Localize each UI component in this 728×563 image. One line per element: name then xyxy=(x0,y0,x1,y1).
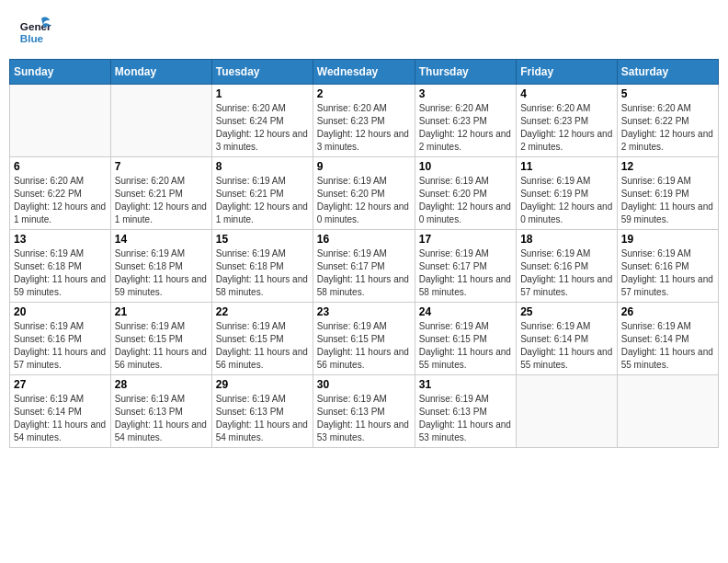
day-number: 15 xyxy=(216,233,309,246)
day-info: Sunrise: 6:19 AM Sunset: 6:14 PM Dayligh… xyxy=(621,320,714,372)
day-number: 25 xyxy=(520,305,613,318)
day-number: 24 xyxy=(419,305,512,318)
weekday-header: Friday xyxy=(517,60,618,85)
day-info: Sunrise: 6:19 AM Sunset: 6:18 PM Dayligh… xyxy=(115,247,208,299)
calendar-cell: 25Sunrise: 6:19 AM Sunset: 6:14 PM Dayli… xyxy=(517,303,618,375)
day-info: Sunrise: 6:20 AM Sunset: 6:23 PM Dayligh… xyxy=(419,102,512,154)
calendar-cell xyxy=(10,85,111,157)
day-info: Sunrise: 6:19 AM Sunset: 6:14 PM Dayligh… xyxy=(520,320,613,372)
day-number: 6 xyxy=(14,160,107,173)
calendar-table: SundayMondayTuesdayWednesdayThursdayFrid… xyxy=(9,59,719,448)
calendar-cell: 3Sunrise: 6:20 AM Sunset: 6:23 PM Daylig… xyxy=(415,85,516,157)
svg-text:Blue: Blue xyxy=(20,32,44,44)
day-info: Sunrise: 6:20 AM Sunset: 6:23 PM Dayligh… xyxy=(520,102,613,154)
calendar-cell: 20Sunrise: 6:19 AM Sunset: 6:16 PM Dayli… xyxy=(10,303,111,375)
day-number: 2 xyxy=(317,87,411,100)
calendar-cell: 8Sunrise: 6:19 AM Sunset: 6:21 PM Daylig… xyxy=(211,157,313,230)
calendar-cell: 1Sunrise: 6:20 AM Sunset: 6:24 PM Daylig… xyxy=(211,85,313,157)
day-info: Sunrise: 6:20 AM Sunset: 6:21 PM Dayligh… xyxy=(115,175,208,226)
calendar-cell: 7Sunrise: 6:20 AM Sunset: 6:21 PM Daylig… xyxy=(110,157,211,230)
day-info: Sunrise: 6:19 AM Sunset: 6:20 PM Dayligh… xyxy=(419,175,512,226)
day-number: 9 xyxy=(317,160,411,173)
day-number: 29 xyxy=(216,378,309,391)
day-info: Sunrise: 6:19 AM Sunset: 6:16 PM Dayligh… xyxy=(14,320,107,372)
calendar-cell: 4Sunrise: 6:20 AM Sunset: 6:23 PM Daylig… xyxy=(517,85,618,157)
logo: General Blue xyxy=(18,14,51,47)
header: General Blue xyxy=(9,9,719,52)
day-info: Sunrise: 6:19 AM Sunset: 6:14 PM Dayligh… xyxy=(14,393,107,444)
weekday-header: Wednesday xyxy=(313,60,415,85)
weekday-header: Tuesday xyxy=(211,60,313,85)
calendar-cell: 2Sunrise: 6:20 AM Sunset: 6:23 PM Daylig… xyxy=(313,85,415,157)
day-number: 22 xyxy=(216,305,309,318)
calendar-cell: 28Sunrise: 6:19 AM Sunset: 6:13 PM Dayli… xyxy=(110,375,211,448)
day-number: 4 xyxy=(520,87,613,100)
day-info: Sunrise: 6:19 AM Sunset: 6:16 PM Dayligh… xyxy=(520,247,613,299)
calendar-cell: 19Sunrise: 6:19 AM Sunset: 6:16 PM Dayli… xyxy=(617,230,718,303)
day-info: Sunrise: 6:19 AM Sunset: 6:18 PM Dayligh… xyxy=(14,247,107,299)
day-number: 19 xyxy=(621,233,714,246)
svg-text:General: General xyxy=(20,20,51,32)
day-info: Sunrise: 6:19 AM Sunset: 6:15 PM Dayligh… xyxy=(115,320,208,372)
day-info: Sunrise: 6:19 AM Sunset: 6:15 PM Dayligh… xyxy=(216,320,309,372)
weekday-header: Thursday xyxy=(415,60,516,85)
day-info: Sunrise: 6:20 AM Sunset: 6:22 PM Dayligh… xyxy=(621,102,714,154)
day-number: 10 xyxy=(419,160,512,173)
calendar-cell: 10Sunrise: 6:19 AM Sunset: 6:20 PM Dayli… xyxy=(415,157,516,230)
day-number: 3 xyxy=(419,87,512,100)
calendar-week-row: 6Sunrise: 6:20 AM Sunset: 6:22 PM Daylig… xyxy=(10,157,719,230)
day-info: Sunrise: 6:19 AM Sunset: 6:13 PM Dayligh… xyxy=(419,393,512,444)
calendar-cell: 15Sunrise: 6:19 AM Sunset: 6:18 PM Dayli… xyxy=(211,230,313,303)
day-info: Sunrise: 6:19 AM Sunset: 6:19 PM Dayligh… xyxy=(621,175,714,226)
day-info: Sunrise: 6:19 AM Sunset: 6:16 PM Dayligh… xyxy=(621,247,714,299)
day-number: 17 xyxy=(419,233,512,246)
calendar-cell: 12Sunrise: 6:19 AM Sunset: 6:19 PM Dayli… xyxy=(617,157,718,230)
day-number: 26 xyxy=(621,305,714,318)
day-info: Sunrise: 6:19 AM Sunset: 6:17 PM Dayligh… xyxy=(317,247,411,299)
calendar-cell: 21Sunrise: 6:19 AM Sunset: 6:15 PM Dayli… xyxy=(110,303,211,375)
calendar-week-row: 20Sunrise: 6:19 AM Sunset: 6:16 PM Dayli… xyxy=(10,303,719,375)
calendar-cell: 30Sunrise: 6:19 AM Sunset: 6:13 PM Dayli… xyxy=(313,375,415,448)
day-info: Sunrise: 6:19 AM Sunset: 6:13 PM Dayligh… xyxy=(216,393,309,444)
day-info: Sunrise: 6:19 AM Sunset: 6:17 PM Dayligh… xyxy=(419,247,512,299)
day-number: 13 xyxy=(14,233,107,246)
calendar-cell: 14Sunrise: 6:19 AM Sunset: 6:18 PM Dayli… xyxy=(110,230,211,303)
day-info: Sunrise: 6:20 AM Sunset: 6:22 PM Dayligh… xyxy=(14,175,107,226)
calendar-cell: 26Sunrise: 6:19 AM Sunset: 6:14 PM Dayli… xyxy=(617,303,718,375)
day-number: 7 xyxy=(115,160,208,173)
calendar-cell: 22Sunrise: 6:19 AM Sunset: 6:15 PM Dayli… xyxy=(211,303,313,375)
day-number: 16 xyxy=(317,233,411,246)
day-number: 12 xyxy=(621,160,714,173)
calendar-cell: 5Sunrise: 6:20 AM Sunset: 6:22 PM Daylig… xyxy=(617,85,718,157)
calendar-week-row: 27Sunrise: 6:19 AM Sunset: 6:14 PM Dayli… xyxy=(10,375,719,448)
day-number: 11 xyxy=(520,160,613,173)
calendar-cell: 27Sunrise: 6:19 AM Sunset: 6:14 PM Dayli… xyxy=(10,375,111,448)
day-number: 5 xyxy=(621,87,714,100)
calendar-week-row: 13Sunrise: 6:19 AM Sunset: 6:18 PM Dayli… xyxy=(10,230,719,303)
day-number: 20 xyxy=(14,305,107,318)
calendar-cell xyxy=(110,85,211,157)
day-info: Sunrise: 6:20 AM Sunset: 6:23 PM Dayligh… xyxy=(317,102,411,154)
day-number: 27 xyxy=(14,378,107,391)
weekday-header: Sunday xyxy=(10,60,111,85)
calendar-cell: 16Sunrise: 6:19 AM Sunset: 6:17 PM Dayli… xyxy=(313,230,415,303)
calendar-cell: 29Sunrise: 6:19 AM Sunset: 6:13 PM Dayli… xyxy=(211,375,313,448)
logo-icon: General Blue xyxy=(18,14,51,47)
day-info: Sunrise: 6:19 AM Sunset: 6:15 PM Dayligh… xyxy=(419,320,512,372)
weekday-header: Monday xyxy=(110,60,211,85)
day-info: Sunrise: 6:19 AM Sunset: 6:20 PM Dayligh… xyxy=(317,175,411,226)
day-number: 21 xyxy=(115,305,208,318)
day-info: Sunrise: 6:19 AM Sunset: 6:19 PM Dayligh… xyxy=(520,175,613,226)
calendar-cell: 24Sunrise: 6:19 AM Sunset: 6:15 PM Dayli… xyxy=(415,303,516,375)
calendar-cell: 17Sunrise: 6:19 AM Sunset: 6:17 PM Dayli… xyxy=(415,230,516,303)
calendar-header-row: SundayMondayTuesdayWednesdayThursdayFrid… xyxy=(10,60,719,85)
day-number: 1 xyxy=(216,87,309,100)
calendar-cell xyxy=(517,375,618,448)
calendar-week-row: 1Sunrise: 6:20 AM Sunset: 6:24 PM Daylig… xyxy=(10,85,719,157)
day-info: Sunrise: 6:20 AM Sunset: 6:24 PM Dayligh… xyxy=(216,102,309,154)
calendar-cell: 9Sunrise: 6:19 AM Sunset: 6:20 PM Daylig… xyxy=(313,157,415,230)
day-number: 31 xyxy=(419,378,512,391)
day-info: Sunrise: 6:19 AM Sunset: 6:15 PM Dayligh… xyxy=(317,320,411,372)
day-number: 18 xyxy=(520,233,613,246)
calendar-cell: 6Sunrise: 6:20 AM Sunset: 6:22 PM Daylig… xyxy=(10,157,111,230)
